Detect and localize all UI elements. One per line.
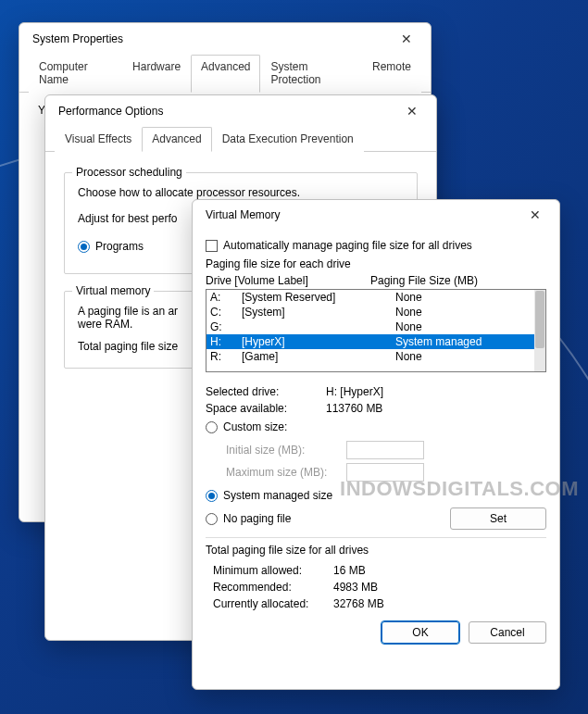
tab-remote[interactable]: Remote (362, 55, 421, 93)
radio-label: No paging file (223, 512, 291, 525)
drive-row[interactable]: H:[HyperX]System managed (206, 334, 534, 349)
radio-no-paging[interactable]: No paging file (206, 512, 291, 525)
checkbox-label: Automatically manage paging file size fo… (223, 239, 472, 252)
tabs: Computer Name Hardware Advanced System P… (19, 55, 431, 93)
label: Recommended: (213, 581, 333, 594)
drive-letter: G: (210, 320, 242, 333)
label: Space available: (206, 402, 326, 415)
drive-row[interactable]: G:None (206, 319, 534, 334)
footer-buttons: OK Cancel (206, 621, 546, 644)
drive-size: None (395, 350, 531, 363)
paging-section-label: Paging file size for each drive (206, 257, 546, 270)
allocated-row: Currently allocated: 32768 MB (213, 597, 546, 610)
proc-desc: Choose how to allocate processor resourc… (78, 186, 404, 199)
recommended-row: Recommended: 4983 MB (213, 581, 546, 594)
drive-size: None (395, 306, 531, 319)
selected-drive-row: Selected drive: H: [HyperX] (206, 385, 546, 398)
group-label: Processor scheduling (72, 166, 186, 179)
drive-letter: A: (210, 291, 242, 304)
radio-icon (206, 421, 218, 433)
tab-dep[interactable]: Data Execution Prevention (212, 127, 364, 152)
totals-title: Total paging file size for all drives (206, 544, 546, 557)
drive-size: None (395, 291, 531, 304)
label: Initial size (MB): (226, 444, 346, 457)
value: 4983 MB (333, 581, 378, 594)
checkbox-icon (206, 240, 218, 252)
drive-header: Drive [Volume Label] Paging File Size (M… (206, 274, 546, 287)
radio-custom-size[interactable]: Custom size: (206, 420, 546, 433)
value: 32768 MB (333, 597, 384, 610)
tab-advanced[interactable]: Advanced (191, 55, 260, 93)
custom-size-fields: Initial size (MB): Maximum size (MB): (226, 439, 546, 483)
drive-size: System managed (395, 335, 531, 348)
initial-size-input[interactable] (346, 441, 424, 459)
close-icon[interactable]: ✕ (397, 100, 427, 122)
drive-size: None (395, 320, 531, 333)
drive-label: [HyperX] (242, 335, 395, 348)
drive-label (242, 320, 395, 333)
set-button[interactable]: Set (450, 507, 546, 530)
group-label: Virtual memory (72, 284, 154, 297)
radio-icon (206, 490, 218, 502)
label: Minimum allowed: (213, 564, 333, 577)
ok-button[interactable]: OK (382, 621, 459, 644)
tab-advanced[interactable]: Advanced (142, 127, 211, 152)
drive-label: [System] (242, 306, 395, 319)
minimum-row: Minimum allowed: 16 MB (213, 564, 546, 577)
radio-system-managed[interactable]: System managed size (206, 489, 546, 502)
radio-label: System managed size (223, 489, 332, 502)
drive-row[interactable]: R:[Game]None (206, 349, 534, 364)
dialog-title: Performance Options (58, 105, 397, 118)
drive-letter: H: (210, 335, 242, 348)
col-size: Paging File Size (MB) (370, 274, 478, 287)
drive-list[interactable]: A:[System Reserved]NoneC:[System]NoneG:N… (206, 289, 546, 372)
content: Automatically manage paging file size fo… (193, 230, 559, 655)
scrollbar-thumb[interactable] (535, 291, 544, 348)
auto-manage-checkbox[interactable]: Automatically manage paging file size fo… (206, 239, 546, 252)
drive-label: [System Reserved] (242, 291, 395, 304)
drive-row[interactable]: A:[System Reserved]None (206, 290, 534, 305)
cancel-button[interactable]: Cancel (469, 621, 546, 644)
radio-icon (78, 241, 90, 253)
titlebar: System Properties ✕ (19, 23, 431, 55)
drive-label: [Game] (242, 350, 395, 363)
drive-row[interactable]: C:[System]None (206, 305, 534, 319)
tab-computer-name[interactable]: Computer Name (29, 55, 122, 93)
radio-label: Custom size: (223, 420, 287, 433)
value: 113760 MB (326, 402, 382, 415)
tab-visual-effects[interactable]: Visual Effects (55, 127, 142, 152)
dialog-title: System Properties (32, 32, 392, 45)
initial-size-row: Initial size (MB): (226, 439, 546, 461)
tab-hardware[interactable]: Hardware (122, 55, 191, 93)
titlebar: Virtual Memory ✕ (193, 200, 559, 230)
tabs: Visual Effects Advanced Data Execution P… (45, 127, 436, 152)
scrollbar[interactable] (534, 290, 545, 371)
col-drive: Drive [Volume Label] (206, 274, 370, 287)
label: Selected drive: (206, 385, 326, 398)
label: Currently allocated: (213, 597, 333, 610)
close-icon[interactable]: ✕ (392, 28, 421, 50)
maximum-size-input[interactable] (346, 463, 424, 482)
drive-letter: C: (210, 306, 242, 319)
close-icon[interactable]: ✕ (520, 204, 550, 226)
space-available-row: Space available: 113760 MB (206, 402, 546, 415)
dialog-title: Virtual Memory (206, 208, 520, 221)
tab-system-protection[interactable]: System Protection (260, 55, 361, 93)
value: H: [HyperX] (326, 385, 383, 398)
radio-label: Programs (95, 240, 144, 253)
label: Maximum size (MB): (226, 466, 346, 479)
divider (206, 537, 546, 538)
value: 16 MB (333, 564, 366, 577)
radio-icon (206, 513, 218, 525)
maximum-size-row: Maximum size (MB): (226, 461, 546, 483)
virtual-memory-dialog: Virtual Memory ✕ Automatically manage pa… (192, 199, 560, 690)
titlebar: Performance Options ✕ (45, 95, 436, 127)
drive-letter: R: (210, 350, 242, 363)
